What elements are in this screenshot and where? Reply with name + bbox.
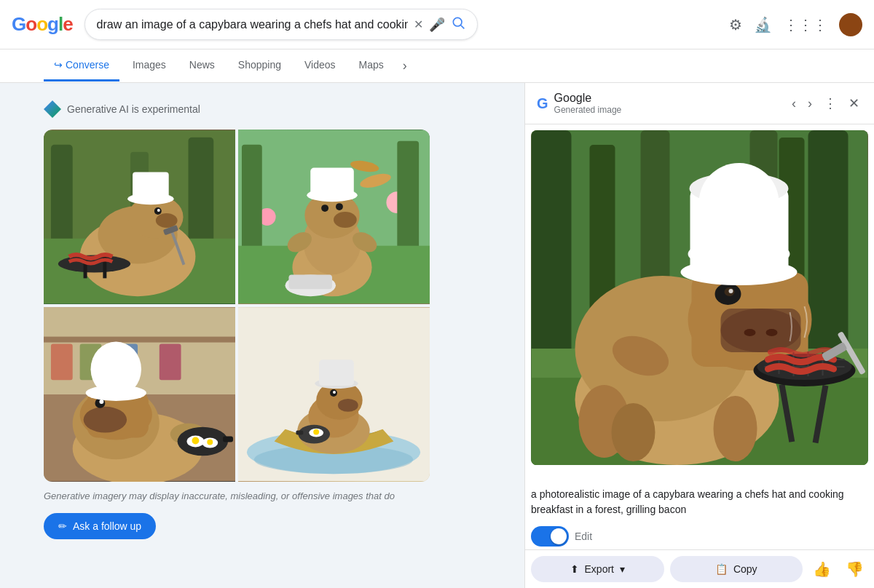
large-image[interactable] [531, 130, 868, 465]
svg-rect-40 [288, 274, 332, 289]
ai-label: Generative AI is experimental [67, 103, 200, 115]
right-footer: ⬆ Export ▾ 📋 Copy 👍 👎 [525, 549, 874, 588]
ask-followup-button[interactable]: ✏ Ask a follow up [44, 513, 156, 539]
capy-illustration-3 [44, 307, 235, 482]
logo-g: G [12, 13, 25, 36]
capy-illustration-2 [238, 130, 430, 304]
edit-toggle-switch[interactable] [531, 526, 569, 547]
copy-icon: 📋 [715, 563, 728, 575]
ai-badge: Generative AI is experimental [44, 100, 481, 118]
tab-shopping[interactable]: Shopping [228, 50, 291, 82]
settings-icon[interactable]: ⚙ [729, 16, 742, 33]
thumbs-down-button[interactable]: 👎 [841, 556, 868, 582]
image-caption: a photorealistic image of a capybara wea… [525, 478, 874, 523]
google-logo: Google [12, 13, 73, 36]
svg-point-96 [721, 309, 801, 352]
logo-o1: o [25, 13, 36, 36]
toggle-knob [551, 528, 567, 544]
large-image-container [525, 124, 874, 478]
copy-button[interactable]: 📋 Copy [670, 556, 803, 582]
avatar[interactable] [839, 13, 862, 36]
apps-icon[interactable]: ⋮⋮⋮ [784, 16, 827, 33]
logo-o2: o [36, 13, 47, 36]
svg-point-72 [333, 391, 336, 394]
right-panel: G Google Generated image ‹ › ⋮ ✕ [524, 83, 874, 588]
more-tabs-icon[interactable]: › [397, 49, 413, 82]
pencil-icon: ✏ [58, 520, 67, 532]
large-image-background [531, 130, 868, 465]
svg-rect-14 [133, 172, 169, 201]
svg-point-34 [336, 203, 343, 210]
edit-toggle-label: Edit [575, 531, 592, 542]
tab-images[interactable]: Images [122, 50, 176, 82]
edit-toggle-area: Edit [525, 523, 874, 549]
large-capy-illustration [531, 130, 868, 465]
left-panel: Generative AI is experimental [0, 83, 524, 588]
grid-image-4[interactable] [238, 307, 430, 482]
nav-prev-button[interactable]: ‹ [789, 93, 799, 114]
converse-arrow-icon: ↪ [54, 59, 63, 71]
mic-icon[interactable]: 🎤 [429, 17, 445, 33]
svg-point-70 [338, 399, 358, 412]
svg-point-61 [192, 437, 199, 445]
svg-point-63 [207, 440, 213, 445]
svg-rect-59 [223, 437, 233, 442]
nav-tabs: ↪ Converse Images News Shopping Videos M… [0, 49, 874, 83]
capy-illustration-1 [44, 130, 235, 304]
main-content: Generative AI is experimental [0, 83, 874, 588]
image-grid [44, 130, 430, 482]
svg-point-107 [699, 163, 779, 243]
svg-point-97 [744, 329, 756, 336]
header: Google ✕ 🎤 ⚙ 🔬 ⋮⋮⋮ [0, 0, 874, 49]
svg-rect-43 [51, 344, 73, 381]
right-panel-header: G Google Generated image ‹ › ⋮ ✕ [525, 83, 874, 124]
right-header-actions: ‹ › ⋮ ✕ [789, 92, 862, 114]
right-title: Google [554, 92, 622, 105]
svg-point-32 [334, 212, 357, 228]
right-logo-g: G [537, 95, 548, 112]
svg-rect-42 [44, 337, 235, 343]
right-header-info: Google Generated image [554, 92, 622, 115]
logo-e: e [63, 13, 72, 36]
svg-rect-76 [296, 431, 303, 435]
svg-point-92 [612, 403, 656, 461]
search-button[interactable] [451, 15, 465, 33]
disclaimer-text: Generative imagery may display inaccurat… [44, 490, 430, 501]
tab-maps[interactable]: Maps [349, 50, 394, 82]
right-google-logo: G [537, 95, 548, 112]
svg-point-10 [156, 213, 178, 228]
svg-point-0 [453, 17, 462, 26]
logo-g2: g [47, 13, 58, 36]
svg-rect-36 [310, 168, 354, 199]
svg-rect-46 [160, 344, 181, 381]
nav-next-button[interactable]: › [805, 93, 815, 114]
search-input[interactable] [97, 18, 408, 31]
tab-news[interactable]: News [179, 50, 225, 82]
grid-image-1[interactable] [44, 130, 235, 304]
more-options-button[interactable]: ⋮ [821, 92, 840, 114]
svg-point-56 [91, 342, 141, 397]
capy-illustration-4 [238, 307, 430, 482]
tab-videos[interactable]: Videos [294, 50, 346, 82]
svg-line-1 [460, 25, 464, 29]
export-button[interactable]: ⬆ Export ▾ [531, 556, 664, 582]
svg-point-91 [714, 396, 757, 461]
svg-point-78 [313, 429, 319, 435]
grid-image-2[interactable] [238, 130, 430, 304]
labs-icon[interactable]: 🔬 [754, 16, 772, 33]
svg-point-101 [729, 289, 733, 293]
close-panel-button[interactable]: ✕ [846, 92, 862, 114]
svg-rect-74 [319, 359, 354, 386]
ai-diamond-icon [44, 100, 61, 118]
tab-converse[interactable]: ↪ Converse [44, 50, 119, 82]
thumbs-up-button[interactable]: 👍 [808, 556, 835, 582]
search-icon [451, 15, 465, 30]
header-right: ⚙ 🔬 ⋮⋮⋮ [729, 13, 862, 36]
right-subtitle: Generated image [554, 105, 622, 115]
clear-search-icon[interactable]: ✕ [414, 17, 423, 31]
svg-point-52 [84, 407, 127, 433]
search-bar: ✕ 🎤 [84, 9, 478, 40]
svg-point-98 [766, 329, 778, 336]
grid-image-3[interactable] [44, 307, 235, 482]
svg-point-12 [157, 209, 160, 212]
